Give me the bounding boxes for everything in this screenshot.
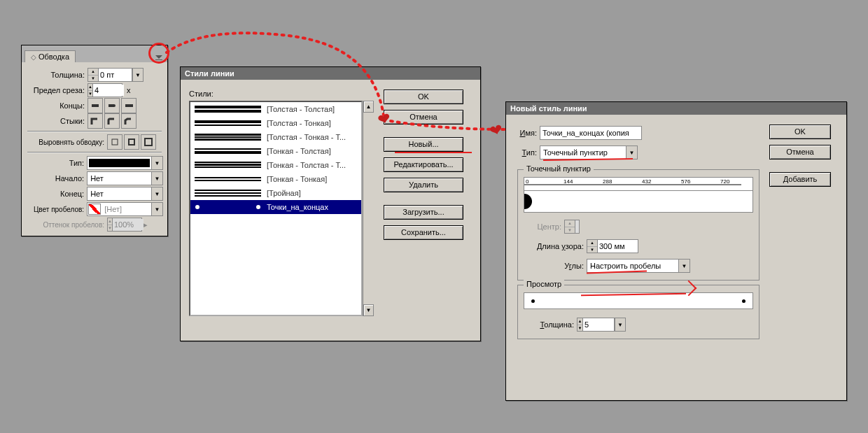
load-button[interactable]: Загрузить...	[384, 205, 463, 220]
ok-button[interactable]: OK	[384, 90, 463, 104]
end-dropdown[interactable]: Нет▼	[87, 187, 163, 201]
svg-rect-0	[155, 59, 162, 60]
preview-fieldset: Просмотр Толщина: ▲▼ ▼	[517, 285, 760, 339]
cap-round-icon[interactable]	[104, 98, 120, 113]
list-item-selected[interactable]: Точки_на_концах	[190, 200, 361, 214]
list-item[interactable]: [Тройная]	[190, 186, 361, 200]
svg-text:576: 576	[681, 178, 691, 185]
list-item[interactable]: [Толстая - Толстая]	[190, 102, 361, 116]
line-styles-dialog: Стили линии Стили: [Толстая - Толстая] […	[180, 66, 481, 341]
edit-button[interactable]: Редактировать...	[384, 157, 463, 172]
gapcolor-dropdown[interactable]: [Нет]▼	[87, 202, 163, 216]
stroke-tabstrip: ◇ Обводка	[22, 45, 167, 62]
ok-button[interactable]: OK	[769, 125, 831, 139]
list-item[interactable]: [Толстая - Тонкая]	[190, 116, 361, 130]
cap-butt-icon[interactable]	[88, 98, 103, 113]
start-dropdown[interactable]: Нет▼	[87, 171, 163, 185]
dotted-legend: Точечный пунктир	[524, 164, 594, 173]
svg-rect-5	[112, 139, 118, 145]
dotted-fieldset: Точечный пунктир 0144288432576720 Центр:	[517, 169, 760, 281]
end-label: Конец:	[26, 190, 87, 198]
join-label: Стыки:	[26, 117, 88, 125]
weight-input[interactable]: ▲▼	[88, 68, 132, 82]
svg-point-25	[195, 205, 200, 209]
svg-rect-4	[125, 104, 133, 107]
weight-spinner[interactable]: ▲▼	[88, 69, 99, 81]
svg-rect-17	[195, 162, 261, 163]
svg-text:144: 144	[564, 178, 573, 185]
new-button[interactable]: Новый...	[384, 137, 463, 152]
align-inside-icon[interactable]	[124, 134, 139, 150]
pattern-preview[interactable]	[524, 191, 753, 213]
corners-dropdown[interactable]: Настроить пробелы▼	[587, 259, 690, 273]
svg-rect-7	[145, 139, 152, 145]
svg-rect-19	[195, 166, 261, 168]
styles-listbox[interactable]: [Толстая - Толстая] [Толстая - Тонкая] […	[189, 101, 363, 316]
list-item[interactable]: [Толстая - Тонкая - Т...	[190, 130, 361, 144]
join-miter-icon[interactable]	[88, 113, 103, 129]
center-label: Центр:	[524, 222, 564, 231]
annotation-heart-icon: ❤	[488, 120, 505, 141]
svg-rect-12	[195, 134, 261, 136]
svg-rect-1	[92, 104, 99, 107]
name-input[interactable]	[540, 126, 642, 140]
svg-point-3	[113, 104, 115, 107]
styles-scrollbar[interactable]: ▲▼	[363, 101, 374, 316]
list-item[interactable]: [Тонкая - Толстая]	[190, 144, 361, 158]
new-style-dialog: Новый стиль линии Имя: Тип: Точечный пун…	[505, 101, 847, 401]
align-center-icon[interactable]	[107, 134, 122, 150]
line-styles-titlebar: Стили линии	[181, 67, 480, 80]
diamond-icon: ◇	[31, 53, 36, 61]
alignstroke-label: Выровнять обводку:	[26, 139, 107, 146]
join-bevel-icon[interactable]	[121, 113, 136, 129]
type-dropdown[interactable]: ▼	[87, 156, 163, 170]
weight-preset-dropdown[interactable]: ▼	[132, 68, 144, 82]
svg-rect-9	[195, 110, 261, 113]
join-round-icon[interactable]	[104, 113, 120, 129]
miter-input[interactable]: ▲▼	[88, 83, 122, 97]
panel-flyout-menu-button[interactable]	[153, 52, 164, 62]
miter-spinner[interactable]: ▲▼	[88, 84, 93, 97]
list-item[interactable]: [Тонкая - Толстая - Т...	[190, 158, 361, 172]
save-button[interactable]: Сохранить...	[384, 225, 463, 240]
pattern-ruler[interactable]: 0144288432576720	[524, 177, 753, 191]
pattern-length-input[interactable]: ▲▼	[587, 239, 638, 253]
miter-value[interactable]	[93, 85, 124, 96]
svg-rect-15	[195, 148, 261, 150]
miter-suffix: x	[127, 86, 131, 94]
svg-rect-6	[129, 139, 134, 145]
svg-text:720: 720	[720, 178, 730, 185]
svg-text:432: 432	[642, 178, 652, 185]
cancel-button[interactable]: Отмена	[384, 110, 463, 125]
list-item[interactable]: [Тонкая - Тонкая]	[190, 172, 361, 186]
svg-rect-10	[195, 120, 261, 123]
svg-rect-23	[195, 192, 261, 194]
svg-rect-14	[195, 139, 261, 141]
svg-rect-18	[195, 164, 261, 166]
cancel-button[interactable]: Отмена	[769, 145, 831, 159]
stroke-tab-label: Обводка	[38, 52, 69, 61]
cap-projecting-icon[interactable]	[121, 98, 136, 113]
stroke-type-dropdown[interactable]: Точечный пунктир▼	[540, 145, 638, 159]
line-styles-title: Стили линии	[185, 69, 234, 78]
svg-rect-16	[195, 151, 261, 154]
svg-rect-22	[195, 190, 261, 191]
gapcolor-label: Цвет пробелов:	[26, 206, 87, 213]
svg-text:288: 288	[603, 178, 612, 185]
preview-legend: Просмотр	[524, 280, 564, 288]
add-button[interactable]: Добавить	[769, 172, 831, 187]
stroke-tab[interactable]: ◇ Обводка	[24, 50, 76, 62]
type-label: Тип:	[26, 159, 87, 167]
svg-rect-24	[195, 195, 261, 197]
cap-label: Концы:	[26, 101, 88, 110]
svg-rect-8	[195, 106, 261, 108]
weight-label: Толщина:	[26, 71, 88, 79]
svg-rect-21	[195, 180, 261, 181]
svg-rect-20	[195, 177, 261, 178]
preview-weight-dropdown[interactable]: ▼	[615, 318, 626, 332]
weight-value[interactable]	[99, 69, 130, 80]
align-outside-icon[interactable]	[141, 134, 156, 150]
preview-weight-input[interactable]: ▲▼	[577, 318, 615, 332]
styles-label: Стили:	[189, 90, 374, 98]
delete-button[interactable]: Удалить	[384, 178, 463, 192]
